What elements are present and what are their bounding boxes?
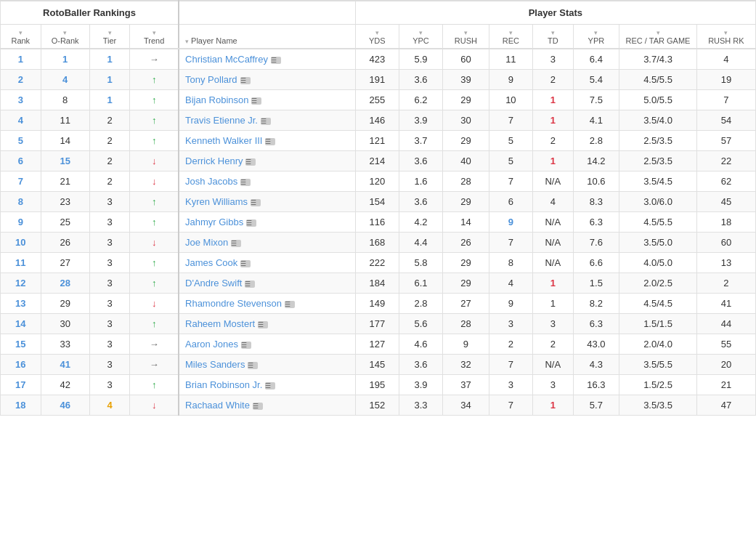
player-stats-icon[interactable]: ☰ [240,260,251,267]
rush-header[interactable]: ▾ RUSH [443,25,489,49]
player-stats-icon[interactable]: ☰ [231,240,241,247]
ypc-header[interactable]: ▾ YPC [399,25,442,49]
td-cell: 1 [532,294,573,314]
player-link[interactable]: Joe Mixon [185,237,228,248]
td-cell: N/A [532,233,573,253]
tier-sort-icon: ▾ [108,29,112,36]
table-row: 11273↑James Cook☰2225.8298N/A6.64.0/5.01… [1,253,756,273]
rank-cell: 4 [1,110,41,131]
rank-cell: 16 [1,355,41,375]
rush-cell: 30 [443,110,489,131]
rec-header[interactable]: ▾ REC [489,25,532,49]
player-stats-icon[interactable]: ☰ [271,57,281,64]
player-link[interactable]: Kenneth Walker III [185,135,262,146]
player-stats-icon[interactable]: ☰ [265,138,275,145]
ypr-cell: 7.6 [573,233,619,253]
group1-header: RotoBaller Rankings [1,1,179,25]
ypc-cell: 4.6 [399,334,442,355]
trend-header[interactable]: ▾ Trend [130,25,179,49]
tier-cell: 2 [89,171,130,192]
rank-cell: 12 [1,273,41,294]
trend-cell: ↑ [130,70,179,90]
tier-header[interactable]: ▾ Tier [89,25,130,49]
player-cell: D'Andre Swift☰ [179,273,355,294]
player-cell: Kyren Williams☰ [179,192,355,212]
rec-cell: 11 [489,49,532,70]
rushrk-cell: 44 [696,314,755,334]
trend-cell: ↑ [130,110,179,131]
player-link[interactable]: Miles Sanders [185,359,245,370]
ypr-cell: 1.5 [573,273,619,294]
ypc-cell: 5.9 [399,49,442,70]
player-link[interactable]: Josh Jacobs [185,176,237,187]
player-stats-icon[interactable]: ☰ [240,77,251,84]
tier-cell: 3 [89,375,130,395]
td-cell: N/A [532,253,573,273]
rush-cell: 9 [443,334,489,355]
tier-cell: 3 [89,212,130,233]
rank-cell: 13 [1,294,41,314]
yds-cell: 146 [355,110,399,131]
rushrk-header[interactable]: ▾ RUSH RK [696,25,755,49]
rush-cell: 34 [443,395,489,416]
player-link[interactable]: Christian McCaffrey [185,54,268,65]
rec-cell: 7 [489,355,532,375]
player-stats-icon[interactable]: ☰ [258,321,268,328]
player-link[interactable]: Derrick Henry [185,156,243,166]
table-row: 15333→Aaron Jones☰1274.692243.02.0/4.055 [1,334,756,355]
player-link[interactable]: Travis Etienne Jr. [185,115,258,126]
player-stats-icon[interactable]: ☰ [248,362,258,369]
tier-cell: 2 [89,110,130,131]
table-row: 4112↑Travis Etienne Jr.☰1463.930714.13.5… [1,110,756,131]
tier-cell: 3 [89,355,130,375]
td-cell: 2 [532,334,573,355]
player-link[interactable]: Rachaad White [185,400,250,411]
yds-cell: 120 [355,171,399,192]
player-link[interactable]: James Cook [185,257,237,268]
player-link[interactable]: Jahmyr Gibbs [185,217,243,227]
ypr-header[interactable]: ▾ YPR [573,25,619,49]
orank-sort-icon: ▾ [63,29,67,36]
player-cell: Rhamondre Stevenson☰ [179,294,355,314]
player-stats-icon[interactable]: ☰ [265,382,275,389]
yds-header[interactable]: ▾ YDS [355,25,399,49]
player-stats-icon[interactable]: ☰ [245,158,256,166]
orank-header[interactable]: ▾ O-Rank [41,25,89,49]
player-stats-icon[interactable]: ☰ [240,179,251,186]
rushrk-cell: 60 [696,233,755,253]
player-stats-icon[interactable]: ☰ [246,219,256,227]
player-stats-icon[interactable]: ☰ [251,199,261,206]
tier-cell: 3 [89,192,130,212]
trend-cell: ↓ [130,171,179,192]
player-stats-icon[interactable]: ☰ [251,97,261,105]
player-link[interactable]: D'Andre Swift [185,278,242,288]
rectargame-header[interactable]: ▾ REC / TAR GAME [619,25,697,49]
player-stats-icon[interactable]: ☰ [253,403,263,410]
ypc-cell: 3.9 [399,110,442,131]
player-header[interactable]: ▾ Player Name [179,25,355,49]
player-stats-icon[interactable]: ☰ [245,280,255,288]
ypc-cell: 4.2 [399,212,442,233]
player-stats-icon[interactable]: ☰ [241,342,251,349]
player-link[interactable]: Raheem Mostert [185,318,255,329]
player-cell: Joe Mixon☰ [179,233,355,253]
player-link[interactable]: Tony Pollard [185,74,237,85]
trend-cell: → [130,49,179,70]
player-stats-icon[interactable]: ☰ [261,118,271,125]
player-link[interactable]: Aaron Jones [185,339,238,350]
rectargame-cell: 5.0/5.5 [619,90,697,110]
player-link[interactable]: Bijan Robinson [185,94,248,105]
td-cell: 2 [532,70,573,90]
td-header[interactable]: ▾ TD [532,25,573,49]
tier-cell: 3 [89,294,130,314]
yds-cell: 127 [355,334,399,355]
rank-header[interactable]: ▾ Rank [1,25,41,49]
ypc-cell: 3.7 [399,131,442,151]
trend-cell: ↑ [130,90,179,110]
player-link[interactable]: Kyren Williams [185,196,248,207]
player-link[interactable]: Brian Robinson Jr. [185,379,262,390]
orank-cell: 33 [41,334,89,355]
player-stats-icon[interactable]: ☰ [285,301,295,308]
player-link[interactable]: Rhamondre Stevenson [185,298,282,309]
ypr-cell: 5.7 [573,395,619,416]
